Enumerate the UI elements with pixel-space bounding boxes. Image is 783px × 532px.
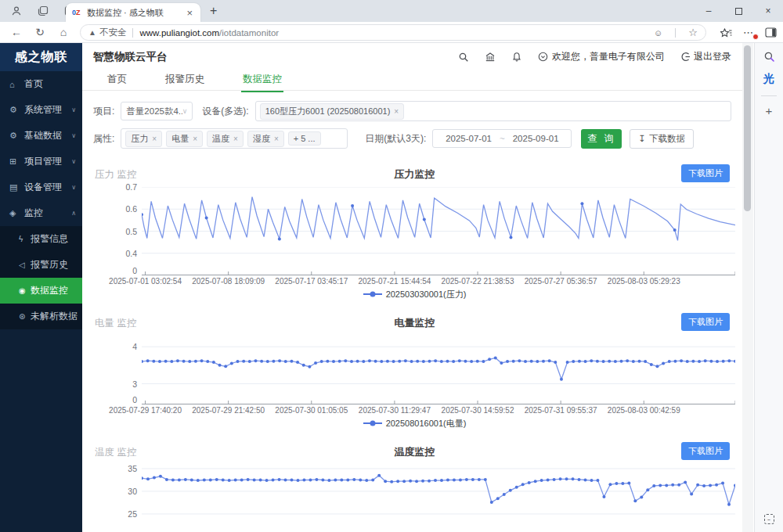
remove-tag-icon[interactable]: × <box>152 135 157 143</box>
sidebar-item-device-management[interactable]: ▤ 设备管理 ∨ <box>0 174 82 200</box>
y-axis-label: 25 <box>98 509 137 519</box>
x-axis-label: 2025-07-01 03:02:54 <box>109 277 182 286</box>
download-icon: ↧ <box>638 133 646 144</box>
shield-icon: ◉ <box>19 286 31 295</box>
home-button[interactable]: ⌂ <box>52 26 75 38</box>
attribute-tag: 压力× <box>125 131 162 147</box>
split-screen-icon[interactable] <box>765 27 777 38</box>
url-path: /iotdatamonitor <box>219 28 279 38</box>
x-axis-label: 2025-07-27 05:36:57 <box>525 277 597 286</box>
rail-add-icon[interactable]: + <box>766 104 773 117</box>
query-button[interactable]: 查 询 <box>581 129 622 149</box>
y-axis-zero-label: 0 <box>98 395 137 404</box>
back-button[interactable]: ← <box>5 26 28 38</box>
date-start[interactable]: 2025-07-01 <box>446 134 492 143</box>
edge-app-icon[interactable]: 光 <box>763 72 774 86</box>
chart-title: 压力监控 <box>93 167 736 182</box>
x-axis-label: 2025-07-31 09:55:37 <box>525 406 597 415</box>
chart-block-2: 电量 监控电量监控下载图片4302025-07-29 17:40:202025-… <box>93 312 736 430</box>
profile-icon[interactable] <box>6 2 27 20</box>
chart-title: 温度监控 <box>93 445 736 459</box>
download-image-button[interactable]: 下载图片 <box>681 313 730 331</box>
screenshot-icon[interactable]: ⌣ <box>764 514 774 524</box>
chart-plot[interactable]: 0.70.60.50.40 <box>142 187 736 275</box>
sidebar-item-data-monitoring[interactable]: ◉ 数据监控 <box>0 278 82 304</box>
attribute-tag: 湿度× <box>247 131 284 147</box>
x-axis-label: 2025-07-29 21:42:50 <box>192 406 265 415</box>
favorite-star-icon[interactable]: ☆ <box>688 27 698 38</box>
chart-title: 电量监控 <box>93 316 736 330</box>
attribute-multiselect[interactable]: 压力×电量×温度×湿度×+ 5 ... <box>121 128 348 149</box>
main-content: 智慧物联云平台 欢迎您，普量电子有限公司 退出登录 首页 报警历史 数据监控 <box>82 43 742 532</box>
chart-plot[interactable]: 35302520 <box>142 465 736 532</box>
bell-icon[interactable] <box>511 52 522 63</box>
remove-tag-icon[interactable]: × <box>233 135 238 143</box>
sidebar-item-alarm-info[interactable]: ϟ 报警信息 <box>0 226 82 252</box>
chart-plot[interactable]: 430 <box>142 336 736 404</box>
date-end[interactable]: 2025-09-01 <box>513 134 559 143</box>
search-icon[interactable] <box>458 52 469 63</box>
gear-icon: ⚙ <box>9 105 22 115</box>
window-minimize-button[interactable]: – <box>694 0 723 22</box>
remove-tag-icon[interactable]: × <box>394 107 399 116</box>
home-icon: ⌂ <box>9 80 22 89</box>
attribute-more-tag[interactable]: + 5 ... <box>288 131 321 146</box>
x-axis-label: 2025-08-03 05:29:23 <box>608 277 680 286</box>
sidebar-item-alarm-history[interactable]: ◁ 报警历史 <box>0 252 82 278</box>
tag-icon: ◈ <box>9 208 22 218</box>
device-multiselect[interactable]: 160型压力6001 (202508016001) × <box>255 101 731 121</box>
sidebar-item-unparsed-data[interactable]: ⊛ 未解析数据 <box>0 304 82 329</box>
page-scrollbar[interactable] <box>742 43 753 532</box>
scrollbar-thumb[interactable] <box>744 45 751 211</box>
x-axis-label: 2025-07-30 14:59:52 <box>442 406 514 415</box>
refresh-button[interactable]: ↻ <box>28 26 52 38</box>
x-axis-label: 2025-07-30 11:29:47 <box>359 406 431 415</box>
download-image-button[interactable]: 下载图片 <box>681 164 730 182</box>
download-image-button[interactable]: 下载图片 <box>681 442 730 460</box>
sidebar-item-monitoring[interactable]: ◈ 监控 ∧ <box>0 200 82 226</box>
tab-close-icon[interactable]: × <box>185 7 194 19</box>
sidebar-item-home[interactable]: ⌂ 首页 <box>0 71 82 97</box>
y-axis-label: 35 <box>98 464 137 473</box>
chart-legend[interactable]: 202503030001(压力) <box>93 287 736 301</box>
sidebar-item-basic-data[interactable]: ⚙ 基础数据 ∨ <box>0 123 82 149</box>
project-select[interactable]: 普量2025款4... ∨ <box>121 102 193 120</box>
attribute-tag: 电量× <box>166 131 203 147</box>
remove-tag-icon[interactable]: × <box>274 135 279 143</box>
x-axis-label: 2025-07-29 17:40:20 <box>109 406 182 415</box>
security-label[interactable]: 不安全 <box>99 27 127 38</box>
device-label: 设备(多选): <box>202 105 248 118</box>
window-maximize-button[interactable] <box>723 0 753 22</box>
logout-button[interactable]: 退出登录 <box>680 50 731 63</box>
x-axis-label: 2025-07-08 18:09:09 <box>192 277 265 286</box>
x-axis-labels: 2025-07-29 17:40:202025-07-29 21:42:5020… <box>142 404 736 416</box>
browser-tab[interactable]: 0Z 数据监控 · 感之物联 × <box>66 3 200 22</box>
attribute-tag: 温度× <box>207 131 244 147</box>
bolt-icon: ϟ <box>19 235 31 243</box>
tab-home[interactable]: 首页 <box>106 70 128 91</box>
window-close-button[interactable]: × <box>753 0 783 22</box>
chart-legend[interactable]: 202508016001(电量) <box>93 416 736 430</box>
workspaces-icon[interactable] <box>33 2 53 20</box>
collections-icon[interactable] <box>720 27 732 38</box>
tab-data-monitoring[interactable]: 数据监控 <box>241 70 283 92</box>
x-axis-labels: 2025-07-01 03:02:542025-07-08 18:09:0920… <box>142 275 736 287</box>
rail-search-icon[interactable] <box>763 51 775 63</box>
tab-favicon: 0Z <box>72 8 84 18</box>
download-data-button[interactable]: ↧ 下载数据 <box>630 129 694 149</box>
app-logo: 感之物联 <box>0 43 82 71</box>
remove-tag-icon[interactable]: × <box>193 135 197 143</box>
sidebar-item-system-management[interactable]: ⚙ 系统管理 ∨ <box>0 97 82 123</box>
device-tag: 160型压力6001 (202508016001) × <box>260 103 404 120</box>
enterprise-icon[interactable] <box>485 52 496 63</box>
account-menu[interactable]: 欢迎您，普量电子有限公司 <box>538 50 665 63</box>
address-bar[interactable]: ▲ 不安全 www.puliangiot.com/iotdatamonitor … <box>80 24 706 41</box>
security-warning-icon: ▲ <box>88 28 96 37</box>
new-tab-button[interactable]: + <box>210 4 217 18</box>
date-range-input[interactable]: 2025-07-01 ~ 2025-09-01 <box>432 129 572 148</box>
feedback-icon[interactable]: ☺ <box>654 28 662 38</box>
sidebar-item-project-management[interactable]: ⊞ 项目管理 ∨ <box>0 149 82 174</box>
y-axis-label: 0.5 <box>98 227 137 236</box>
tab-alarm-history[interactable]: 报警历史 <box>164 70 206 91</box>
browser-menu-icon[interactable]: ⋯ <box>743 27 754 38</box>
